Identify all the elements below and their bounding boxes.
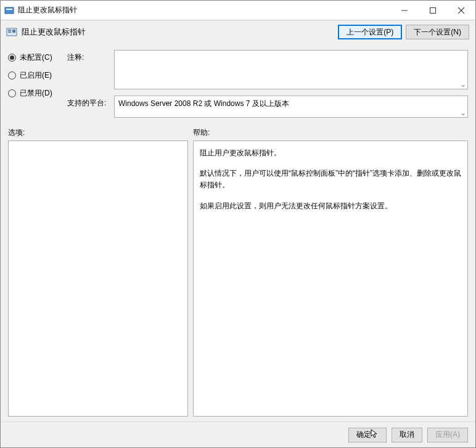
- svg-rect-0: [5, 7, 14, 14]
- platform-textbox: Windows Server 2008 R2 或 Windows 7 及以上版本…: [114, 96, 468, 118]
- cursor-icon: [370, 429, 379, 441]
- ok-button[interactable]: 确定: [348, 428, 387, 442]
- svg-rect-1: [6, 9, 12, 10]
- help-paragraph: 如果启用此设置，则用户无法更改任何鼠标指针方案设置。: [200, 200, 461, 212]
- window-controls: [390, 1, 475, 20]
- ok-label: 确定: [356, 430, 371, 440]
- app-icon: [4, 6, 14, 15]
- nav-buttons: 上一个设置(P) 下一个设置(N): [338, 25, 469, 39]
- dialog-footer: 确定 取消 应用(A): [1, 422, 475, 447]
- previous-setting-button[interactable]: 上一个设置(P): [338, 25, 402, 39]
- radio-dot-icon: [8, 89, 16, 97]
- svg-rect-3: [430, 7, 436, 13]
- options-label: 选项:: [8, 128, 193, 138]
- radio-dot-icon: [8, 71, 16, 79]
- help-paragraph: 默认情况下，用户可以使用“鼠标控制面板”中的“指针”选项卡添加、删除或更改鼠标指…: [200, 168, 461, 191]
- radio-dot-icon: [8, 54, 16, 62]
- comment-label: 注释:: [67, 50, 112, 89]
- state-radio-group: 未配置(C) 已启用(E) 已禁用(D): [8, 50, 67, 118]
- titlebar: 阻止更改鼠标指针: [1, 1, 475, 20]
- svg-rect-9: [12, 30, 15, 33]
- policy-title: 阻止更改鼠标指针: [22, 26, 338, 38]
- options-pane: [8, 141, 188, 417]
- minimize-button[interactable]: [390, 1, 419, 20]
- config-area: 未配置(C) 已启用(E) 已禁用(D) 注释: ⌄ 支持的平台:: [1, 41, 475, 123]
- radio-enabled[interactable]: 已启用(E): [8, 70, 67, 81]
- close-button[interactable]: [447, 1, 475, 20]
- help-paragraph: 阻止用户更改鼠标指针。: [200, 147, 461, 159]
- header-row: 阻止更改鼠标指针 上一个设置(P) 下一个设置(N): [1, 20, 475, 41]
- radio-disabled[interactable]: 已禁用(D): [8, 88, 67, 99]
- content-panes: 阻止用户更改鼠标指针。 默认情况下，用户可以使用“鼠标控制面板”中的“指针”选项…: [1, 141, 475, 422]
- window-title: 阻止更改鼠标指针: [18, 5, 390, 15]
- radio-label: 未配置(C): [20, 52, 52, 63]
- platform-row: 支持的平台: Windows Server 2008 R2 或 Windows …: [67, 96, 468, 118]
- comment-textbox[interactable]: ⌄: [114, 50, 468, 89]
- help-pane: 阻止用户更改鼠标指针。 默认情况下，用户可以使用“鼠标控制面板”中的“指针”选项…: [193, 141, 468, 417]
- svg-rect-7: [8, 30, 11, 31]
- apply-button: 应用(A): [427, 428, 468, 442]
- maximize-button[interactable]: [419, 1, 447, 20]
- policy-icon: [6, 26, 18, 38]
- next-setting-button[interactable]: 下一个设置(N): [406, 25, 469, 39]
- scroll-down-icon[interactable]: ⌄: [460, 108, 466, 117]
- help-label: 帮助:: [193, 128, 468, 138]
- cancel-button[interactable]: 取消: [392, 428, 422, 442]
- radio-label: 已禁用(D): [20, 88, 52, 99]
- radio-not-configured[interactable]: 未配置(C): [8, 52, 67, 63]
- gpo-editor-window: 阻止更改鼠标指针 阻止更改鼠标指针 上一个设置(P) 下一个设置(N): [0, 0, 476, 448]
- comment-row: 注释: ⌄: [67, 50, 468, 89]
- radio-label: 已启用(E): [20, 70, 52, 81]
- platform-label: 支持的平台:: [67, 96, 112, 118]
- scroll-down-icon[interactable]: ⌄: [460, 80, 466, 89]
- field-column: 注释: ⌄ 支持的平台: Windows Server 2008 R2 或 Wi…: [67, 50, 468, 118]
- svg-rect-8: [8, 31, 11, 33]
- section-labels: 选项: 帮助:: [1, 123, 475, 141]
- platform-value: Windows Server 2008 R2 或 Windows 7 及以上版本: [118, 99, 289, 108]
